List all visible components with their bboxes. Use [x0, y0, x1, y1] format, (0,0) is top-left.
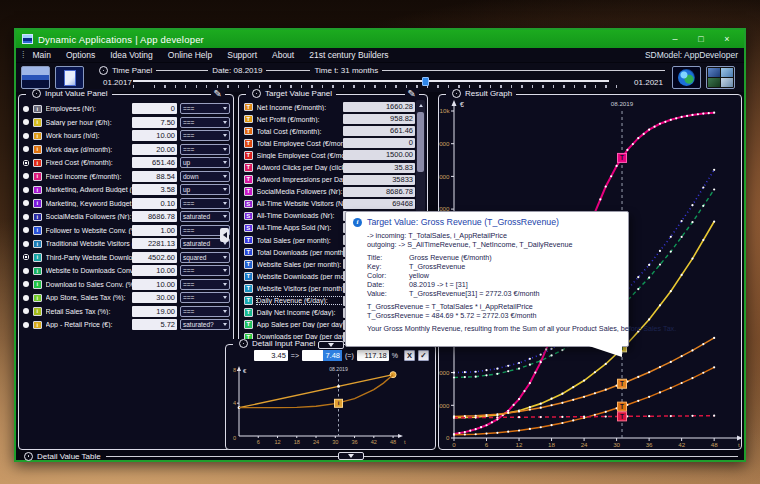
- world-model-button[interactable]: [672, 66, 701, 89]
- trend-dropdown[interactable]: up: [180, 157, 230, 168]
- target-label[interactable]: Daily Net Income (€/day):: [257, 309, 344, 316]
- title-bar[interactable]: Dynamic Applications | App developer – □…: [16, 30, 744, 48]
- input-value-field[interactable]: 5.72: [132, 319, 177, 330]
- target-label[interactable]: App Sales per Day (per day):: [257, 321, 344, 328]
- trend-dropdown[interactable]: squared: [180, 252, 230, 263]
- detail-to-field[interactable]: 7.48: [302, 350, 342, 361]
- trend-dropdown[interactable]: ===: [180, 130, 230, 141]
- menu-item-21st-century-builders[interactable]: 21st century Builders: [309, 50, 388, 60]
- target-label[interactable]: Daily Revenue (€/day):: [257, 297, 344, 304]
- target-label[interactable]: Net Income (€/month):: [257, 104, 344, 111]
- row-radio[interactable]: [23, 146, 29, 152]
- row-radio[interactable]: [23, 173, 29, 179]
- row-radio[interactable]: [23, 281, 29, 287]
- close-button[interactable]: ×: [714, 30, 740, 48]
- target-label[interactable]: Website Downloads (per month):: [257, 273, 344, 280]
- cancel-button[interactable]: X: [404, 350, 415, 361]
- menu-item-main[interactable]: Main: [33, 50, 51, 60]
- edit-pencil-icon[interactable]: ✎: [405, 88, 419, 100]
- row-radio[interactable]: [23, 268, 29, 274]
- panel-collapse-arrow[interactable]: [220, 228, 229, 242]
- row-radio[interactable]: [23, 133, 29, 139]
- detail-from-field[interactable]: 3.45: [254, 350, 288, 361]
- input-value-field[interactable]: 20.00: [132, 144, 177, 155]
- input-value-field[interactable]: 4502.60: [132, 252, 177, 263]
- trend-dropdown[interactable]: saturated: [180, 211, 230, 222]
- row-radio[interactable]: [23, 200, 29, 206]
- target-label[interactable]: Total Sales (per month):: [257, 237, 344, 244]
- input-value-field[interactable]: 651.46: [132, 157, 177, 168]
- target-label[interactable]: All-Time Downloads (Nr):: [257, 212, 344, 219]
- trend-dropdown[interactable]: ===: [180, 265, 230, 276]
- input-value-field[interactable]: 2281.13: [132, 238, 177, 249]
- trend-dropdown[interactable]: saturated?: [180, 319, 230, 330]
- scrollbar-thumb[interactable]: [417, 112, 424, 172]
- menu-item-online-help[interactable]: Online Help: [168, 50, 212, 60]
- target-label[interactable]: Net Profit (€/month):: [257, 116, 344, 123]
- minimize-button[interactable]: –: [662, 30, 688, 48]
- row-radio[interactable]: [23, 227, 29, 233]
- target-label[interactable]: All-Time Website Visitors (Nr):: [257, 200, 344, 207]
- confirm-button[interactable]: ✓: [418, 350, 429, 361]
- menu-item-options[interactable]: Options: [66, 50, 95, 60]
- trend-dropdown[interactable]: ===: [180, 279, 230, 290]
- target-label[interactable]: SocialMedia Followers (Nr):: [257, 188, 344, 195]
- trend-dropdown[interactable]: ===: [180, 117, 230, 128]
- edit-pencil-icon[interactable]: ✎: [211, 88, 225, 100]
- row-radio[interactable]: [23, 160, 29, 166]
- target-label[interactable]: Single Employee Cost (€/month):: [257, 152, 344, 159]
- scroll-up-icon[interactable]: [416, 101, 425, 110]
- input-label: Work days (d/month):: [46, 146, 133, 153]
- target-label[interactable]: Total Downloads (per month):: [257, 249, 344, 256]
- input-value-field[interactable]: 3.58: [132, 184, 177, 195]
- trend-dropdown[interactable]: down: [180, 171, 230, 182]
- target-label[interactable]: Total Employee Cost (€/month):: [257, 140, 344, 147]
- maximize-button[interactable]: □: [688, 30, 714, 48]
- trend-dropdown[interactable]: ===: [180, 198, 230, 209]
- trend-dropdown[interactable]: up: [180, 184, 230, 195]
- svg-text:t: t: [404, 439, 406, 445]
- row-radio[interactable]: [23, 308, 29, 314]
- menu-item-idea-voting[interactable]: Idea Voting: [110, 50, 153, 60]
- input-value-field[interactable]: 88.54: [132, 171, 177, 182]
- row-radio[interactable]: [23, 241, 29, 247]
- input-value-field[interactable]: 10.00: [132, 279, 177, 290]
- gallery-button[interactable]: [706, 66, 735, 89]
- target-label[interactable]: Adword Clicks per Day (clicks/day):: [257, 164, 344, 171]
- row-radio[interactable]: [23, 119, 29, 125]
- row-radio[interactable]: [23, 187, 29, 193]
- trend-dropdown[interactable]: ===: [180, 103, 230, 114]
- input-value-field[interactable]: 10.00: [132, 130, 177, 141]
- time-slider-track[interactable]: [133, 80, 609, 82]
- menu-item-support[interactable]: Support: [227, 50, 257, 60]
- row-radio[interactable]: [23, 106, 29, 112]
- input-value-field[interactable]: 10.00: [132, 265, 177, 276]
- trend-dropdown[interactable]: ===: [180, 306, 230, 317]
- target-label[interactable]: Website Sales (per month):: [257, 261, 344, 268]
- input-value-field[interactable]: 8686.78: [132, 211, 177, 222]
- time-slider-thumb[interactable]: [422, 77, 429, 86]
- target-label[interactable]: Adword Impressions per Day (views/day):: [257, 176, 344, 183]
- detail-percent-field[interactable]: 117.18: [357, 350, 389, 361]
- expand-table-button[interactable]: [338, 452, 364, 460]
- collapse-panel-button[interactable]: [318, 341, 344, 349]
- input-value-field[interactable]: 0: [132, 103, 177, 114]
- trend-dropdown[interactable]: ===: [180, 144, 230, 155]
- menu-item-about[interactable]: About: [272, 50, 294, 60]
- row-radio[interactable]: [23, 322, 29, 328]
- row-radio[interactable]: [23, 214, 29, 220]
- target-label[interactable]: All-Time Apps Sold (Nr):: [257, 224, 344, 231]
- input-value-field[interactable]: 1.00: [132, 225, 177, 236]
- input-value-field[interactable]: 19.00: [132, 306, 177, 317]
- row-radio[interactable]: [23, 295, 29, 301]
- input-value-field[interactable]: 7.50: [132, 117, 177, 128]
- exit-door-button[interactable]: [55, 66, 84, 89]
- input-value-field[interactable]: 0.10: [132, 198, 177, 209]
- row-radio[interactable]: [23, 254, 29, 260]
- target-label[interactable]: Total Cost (€/month):: [257, 128, 344, 135]
- scenario-thumbnail-button[interactable]: [21, 66, 50, 89]
- input-value-field[interactable]: 30.00: [132, 292, 177, 303]
- trend-dropdown[interactable]: ===: [180, 292, 230, 303]
- detail-input-chart[interactable]: €480612182430364248t08.2019i: [228, 365, 435, 449]
- target-label[interactable]: Website Visitors (per month):: [257, 285, 344, 292]
